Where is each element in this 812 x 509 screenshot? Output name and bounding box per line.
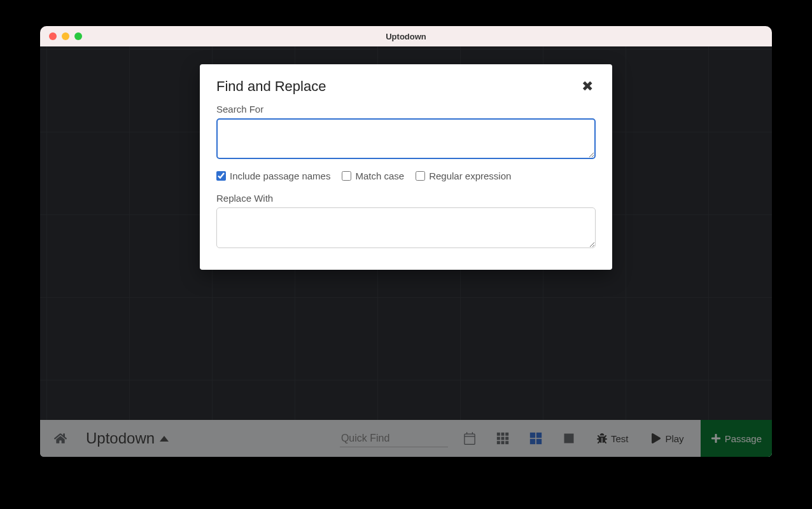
regex-option[interactable]: Regular expression [416,171,511,181]
window-title: Uptodown [40,32,772,41]
maximize-window-button[interactable] [74,32,82,40]
match-case-checkbox[interactable] [342,171,351,181]
minimize-window-button[interactable] [62,32,69,40]
titlebar: Uptodown [40,26,772,46]
include-passage-names-option[interactable]: Include passage names [216,171,330,181]
include-passage-names-checkbox[interactable] [216,171,226,181]
close-modal-button[interactable]: ✖ [579,78,596,95]
search-for-label: Search For [216,104,596,115]
modal-title: Find and Replace [216,78,326,95]
find-replace-modal: Find and Replace ✖ Search For Include pa… [200,64,612,270]
close-window-button[interactable] [49,32,57,40]
regex-checkbox[interactable] [416,171,425,181]
regex-label: Regular expression [429,171,511,181]
replace-with-input[interactable] [216,207,596,248]
match-case-label: Match case [355,171,404,181]
include-passage-names-label: Include passage names [230,171,330,181]
traffic-lights [40,32,82,40]
match-case-option[interactable]: Match case [342,171,404,181]
search-options-row: Include passage names Match case Regular… [216,171,596,181]
replace-with-label: Replace With [216,193,596,204]
app-window: Uptodown Uptodown Test Play [40,26,772,457]
search-for-input[interactable] [216,118,596,159]
